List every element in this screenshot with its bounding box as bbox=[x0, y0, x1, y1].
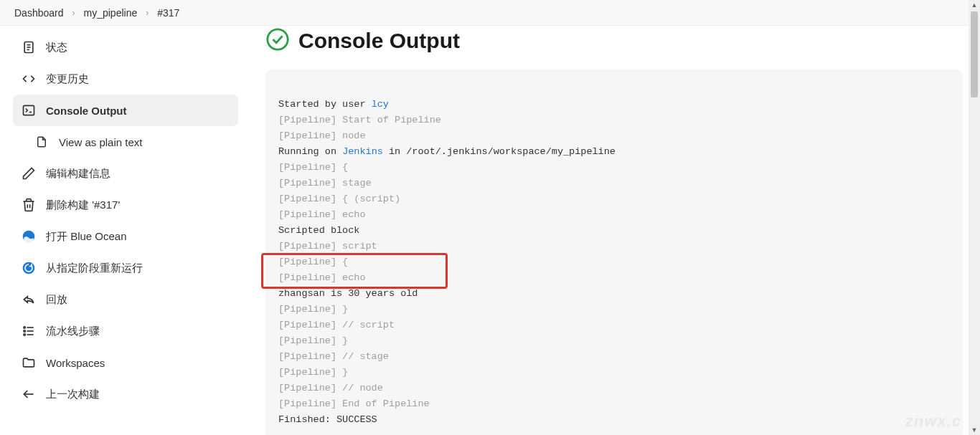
sidebar-item-label: View as plain text bbox=[59, 136, 142, 148]
breadcrumb: Dashboard › my_pipeline › #317 bbox=[0, 0, 980, 26]
console-line: [Pipeline] { bbox=[278, 257, 348, 267]
console-line: [Pipeline] node bbox=[278, 130, 366, 141]
document-icon bbox=[22, 40, 36, 54]
sidebar-item-pipeline-steps[interactable]: 流水线步骤 bbox=[13, 315, 238, 347]
console-line: [Pipeline] Start of Pipeline bbox=[278, 115, 441, 125]
file-icon bbox=[34, 135, 49, 149]
svg-point-10 bbox=[24, 334, 26, 336]
sidebar-item-label: 编辑构建信息 bbox=[46, 167, 110, 181]
svg-point-8 bbox=[24, 327, 26, 329]
blue-ocean-icon bbox=[22, 229, 36, 244]
steps-icon bbox=[22, 324, 36, 338]
scroll-up-icon[interactable]: ▲ bbox=[971, 1, 978, 9]
sidebar-item-restart-stage[interactable]: 从指定阶段重新运行 bbox=[13, 252, 238, 284]
sidebar-item-label: 流水线步骤 bbox=[46, 325, 100, 338]
console-line: Finished: SUCCESS bbox=[278, 414, 377, 425]
console-line: [Pipeline] stage bbox=[278, 178, 372, 188]
sidebar-item-label: 状态 bbox=[46, 41, 67, 54]
svg-rect-4 bbox=[24, 105, 34, 115]
sidebar-item-label: 删除构建 '#317' bbox=[46, 199, 120, 212]
console-line: [Pipeline] // stage bbox=[278, 351, 389, 362]
console-line: [Pipeline] } bbox=[278, 304, 348, 315]
console-line: Running on Jenkins in /root/.jenkins/wor… bbox=[278, 146, 616, 157]
sidebar-item-blue-ocean[interactable]: 打开 Blue Ocean bbox=[13, 221, 238, 252]
main-content: Console Output Started by user lcy [Pipe… bbox=[248, 26, 980, 435]
console-line: [Pipeline] echo bbox=[278, 272, 366, 283]
sidebar: 状态 变更历史 Console Output View as plain tex… bbox=[0, 26, 248, 435]
vertical-scrollbar[interactable]: ▲ ▼ bbox=[969, 0, 980, 435]
svg-point-9 bbox=[24, 330, 26, 333]
console-line: [Pipeline] // script bbox=[278, 320, 395, 330]
chevron-right-icon: › bbox=[72, 8, 75, 18]
user-link[interactable]: lcy bbox=[372, 99, 389, 110]
scroll-down-icon[interactable]: ▼ bbox=[971, 426, 978, 434]
console-line: [Pipeline] } bbox=[278, 335, 348, 346]
sidebar-item-label: 上一次构建 bbox=[46, 388, 100, 401]
breadcrumb-dashboard[interactable]: Dashboard bbox=[14, 7, 64, 19]
sidebar-item-label: 变更历史 bbox=[46, 72, 89, 86]
sidebar-item-changes[interactable]: 变更历史 bbox=[13, 63, 238, 95]
sidebar-item-edit-build[interactable]: 编辑构建信息 bbox=[13, 158, 238, 189]
breadcrumb-pipeline[interactable]: my_pipeline bbox=[84, 7, 138, 19]
restart-icon bbox=[22, 261, 36, 275]
trash-icon bbox=[22, 198, 36, 212]
sidebar-item-replay[interactable]: 回放 bbox=[13, 284, 238, 315]
success-check-icon bbox=[265, 27, 290, 54]
console-output: Started by user lcy [Pipeline] Start of … bbox=[265, 70, 963, 435]
sidebar-item-label: 回放 bbox=[46, 293, 67, 307]
sidebar-item-workspaces[interactable]: Workspaces bbox=[13, 347, 238, 378]
terminal-icon bbox=[22, 103, 36, 118]
console-line: [Pipeline] // node bbox=[278, 383, 383, 393]
sidebar-item-label: Console Output bbox=[46, 105, 127, 117]
console-line: [Pipeline] { bbox=[278, 162, 348, 173]
console-line: [Pipeline] script bbox=[278, 241, 377, 252]
breadcrumb-build[interactable]: #317 bbox=[157, 7, 179, 19]
console-line: [Pipeline] { (script) bbox=[278, 193, 400, 204]
page-title: Console Output bbox=[298, 29, 460, 53]
replay-icon bbox=[22, 292, 36, 307]
sidebar-item-previous-build[interactable]: 上一次构建 bbox=[13, 378, 238, 410]
svg-point-15 bbox=[268, 29, 288, 49]
chevron-right-icon: › bbox=[146, 8, 149, 18]
sidebar-item-label: Workspaces bbox=[46, 357, 105, 369]
console-line: zhangsan is 30 years old bbox=[278, 288, 418, 299]
sidebar-item-status[interactable]: 状态 bbox=[13, 32, 238, 63]
sidebar-item-label: 打开 Blue Ocean bbox=[46, 230, 127, 244]
folder-icon bbox=[22, 355, 36, 370]
pencil-icon bbox=[22, 166, 36, 181]
sidebar-item-view-plain-text[interactable]: View as plain text bbox=[13, 126, 238, 158]
node-link[interactable]: Jenkins bbox=[342, 146, 383, 157]
arrow-left-icon bbox=[22, 387, 36, 401]
console-line: Scripted block bbox=[278, 225, 359, 236]
page-title-row: Console Output bbox=[265, 27, 963, 54]
console-line: Started by user lcy bbox=[278, 99, 389, 110]
sidebar-item-label: 从指定阶段重新运行 bbox=[46, 262, 143, 275]
code-icon bbox=[22, 72, 36, 86]
scrollbar-thumb[interactable] bbox=[971, 11, 978, 97]
console-line: [Pipeline] } bbox=[278, 367, 348, 378]
sidebar-item-delete-build[interactable]: 删除构建 '#317' bbox=[13, 189, 238, 221]
sidebar-item-console-output[interactable]: Console Output bbox=[13, 95, 238, 126]
console-line: [Pipeline] echo bbox=[278, 209, 366, 220]
console-line: [Pipeline] End of Pipeline bbox=[278, 398, 430, 409]
